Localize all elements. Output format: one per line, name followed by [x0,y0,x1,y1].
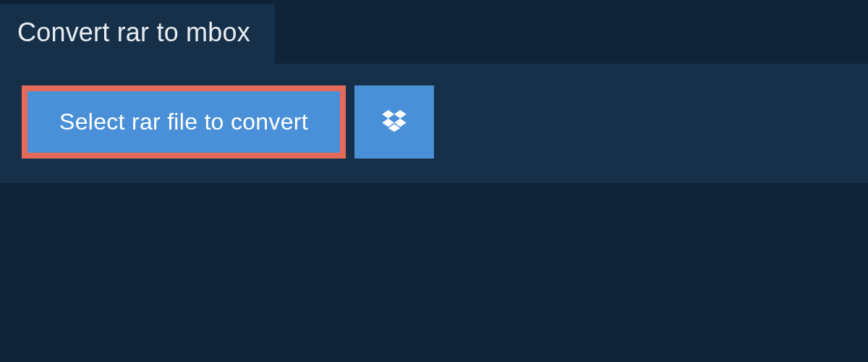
dropbox-icon [380,106,409,138]
upload-panel: Select rar file to convert [0,64,868,183]
select-file-label: Select rar file to convert [59,109,308,135]
tab-label: Convert rar to mbox [17,17,250,47]
tab-convert[interactable]: Convert rar to mbox [0,4,275,64]
dropbox-button[interactable] [354,85,434,159]
select-file-button[interactable]: Select rar file to convert [22,85,346,159]
button-row: Select rar file to convert [22,85,846,159]
